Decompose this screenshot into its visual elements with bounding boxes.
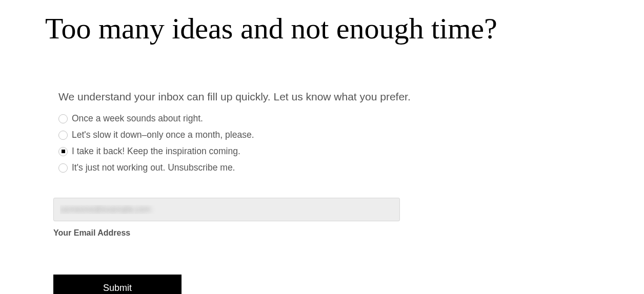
radio-label: Once a week sounds about right. bbox=[72, 113, 203, 124]
radio-icon[interactable] bbox=[58, 131, 68, 140]
radio-option-keep[interactable]: I take it back! Keep the inspiration com… bbox=[58, 146, 644, 157]
radio-option-unsubscribe[interactable]: It's just not working out. Unsubscribe m… bbox=[58, 162, 644, 173]
radio-label: It's just not working out. Unsubscribe m… bbox=[72, 162, 235, 173]
radio-icon[interactable] bbox=[58, 114, 68, 123]
page-heading: Too many ideas and not enough time? bbox=[45, 11, 644, 46]
email-section: Your Email Address bbox=[53, 198, 644, 238]
form-content: We understand your inbox can fill up qui… bbox=[58, 91, 644, 294]
radio-label: Let's slow it down–only once a month, pl… bbox=[72, 130, 254, 140]
radio-icon[interactable] bbox=[58, 163, 68, 173]
submit-button[interactable]: Submit bbox=[53, 275, 182, 294]
radio-label: I take it back! Keep the inspiration com… bbox=[72, 146, 240, 157]
radio-option-monthly[interactable]: Let's slow it down–only once a month, pl… bbox=[58, 130, 644, 140]
email-label: Your Email Address bbox=[53, 228, 644, 238]
radio-icon[interactable] bbox=[58, 147, 68, 156]
frequency-radio-group: Once a week sounds about right. Let's sl… bbox=[58, 113, 644, 173]
radio-option-weekly[interactable]: Once a week sounds about right. bbox=[58, 113, 644, 124]
intro-text: We understand your inbox can fill up qui… bbox=[58, 91, 644, 103]
email-input[interactable] bbox=[53, 198, 400, 221]
